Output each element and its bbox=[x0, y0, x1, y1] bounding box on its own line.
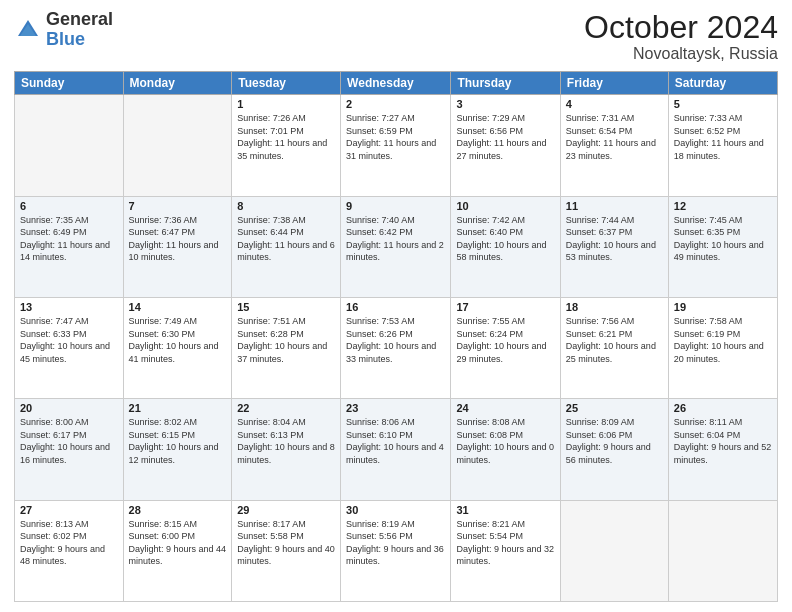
calendar-cell: 28Sunrise: 8:15 AMSunset: 6:00 PMDayligh… bbox=[123, 500, 232, 601]
day-detail: Sunrise: 7:40 AMSunset: 6:42 PMDaylight:… bbox=[346, 214, 445, 264]
day-detail: Sunrise: 8:09 AMSunset: 6:06 PMDaylight:… bbox=[566, 416, 663, 466]
day-detail: Sunrise: 7:45 AMSunset: 6:35 PMDaylight:… bbox=[674, 214, 772, 264]
day-detail: Sunrise: 7:53 AMSunset: 6:26 PMDaylight:… bbox=[346, 315, 445, 365]
calendar-cell: 10Sunrise: 7:42 AMSunset: 6:40 PMDayligh… bbox=[451, 196, 560, 297]
day-number: 26 bbox=[674, 402, 772, 414]
calendar-cell: 15Sunrise: 7:51 AMSunset: 6:28 PMDayligh… bbox=[232, 297, 341, 398]
calendar-cell: 31Sunrise: 8:21 AMSunset: 5:54 PMDayligh… bbox=[451, 500, 560, 601]
calendar-week-row: 27Sunrise: 8:13 AMSunset: 6:02 PMDayligh… bbox=[15, 500, 778, 601]
calendar-cell: 16Sunrise: 7:53 AMSunset: 6:26 PMDayligh… bbox=[341, 297, 451, 398]
logo-blue: Blue bbox=[46, 30, 113, 50]
day-detail: Sunrise: 7:49 AMSunset: 6:30 PMDaylight:… bbox=[129, 315, 227, 365]
calendar-cell bbox=[123, 95, 232, 196]
day-number: 18 bbox=[566, 301, 663, 313]
day-detail: Sunrise: 7:27 AMSunset: 6:59 PMDaylight:… bbox=[346, 112, 445, 162]
calendar-cell: 11Sunrise: 7:44 AMSunset: 6:37 PMDayligh… bbox=[560, 196, 668, 297]
calendar-cell: 13Sunrise: 7:47 AMSunset: 6:33 PMDayligh… bbox=[15, 297, 124, 398]
day-header-wednesday: Wednesday bbox=[341, 72, 451, 95]
day-detail: Sunrise: 7:56 AMSunset: 6:21 PMDaylight:… bbox=[566, 315, 663, 365]
calendar-cell bbox=[15, 95, 124, 196]
calendar-header-row: SundayMondayTuesdayWednesdayThursdayFrid… bbox=[15, 72, 778, 95]
day-number: 31 bbox=[456, 504, 554, 516]
page: General Blue October 2024 Novoaltaysk, R… bbox=[0, 0, 792, 612]
calendar-cell: 7Sunrise: 7:36 AMSunset: 6:47 PMDaylight… bbox=[123, 196, 232, 297]
day-number: 29 bbox=[237, 504, 335, 516]
day-number: 21 bbox=[129, 402, 227, 414]
calendar-cell: 14Sunrise: 7:49 AMSunset: 6:30 PMDayligh… bbox=[123, 297, 232, 398]
day-detail: Sunrise: 7:51 AMSunset: 6:28 PMDaylight:… bbox=[237, 315, 335, 365]
logo-general: General bbox=[46, 10, 113, 30]
calendar-cell: 20Sunrise: 8:00 AMSunset: 6:17 PMDayligh… bbox=[15, 399, 124, 500]
day-number: 14 bbox=[129, 301, 227, 313]
day-detail: Sunrise: 7:47 AMSunset: 6:33 PMDaylight:… bbox=[20, 315, 118, 365]
day-header-monday: Monday bbox=[123, 72, 232, 95]
day-detail: Sunrise: 7:33 AMSunset: 6:52 PMDaylight:… bbox=[674, 112, 772, 162]
day-detail: Sunrise: 8:06 AMSunset: 6:10 PMDaylight:… bbox=[346, 416, 445, 466]
calendar-cell bbox=[668, 500, 777, 601]
day-number: 25 bbox=[566, 402, 663, 414]
day-number: 24 bbox=[456, 402, 554, 414]
day-number: 15 bbox=[237, 301, 335, 313]
calendar-cell: 19Sunrise: 7:58 AMSunset: 6:19 PMDayligh… bbox=[668, 297, 777, 398]
calendar-week-row: 13Sunrise: 7:47 AMSunset: 6:33 PMDayligh… bbox=[15, 297, 778, 398]
logo: General Blue bbox=[14, 10, 113, 50]
day-detail: Sunrise: 7:31 AMSunset: 6:54 PMDaylight:… bbox=[566, 112, 663, 162]
calendar-cell: 9Sunrise: 7:40 AMSunset: 6:42 PMDaylight… bbox=[341, 196, 451, 297]
day-detail: Sunrise: 8:15 AMSunset: 6:00 PMDaylight:… bbox=[129, 518, 227, 568]
day-detail: Sunrise: 7:29 AMSunset: 6:56 PMDaylight:… bbox=[456, 112, 554, 162]
day-detail: Sunrise: 7:55 AMSunset: 6:24 PMDaylight:… bbox=[456, 315, 554, 365]
day-detail: Sunrise: 7:35 AMSunset: 6:49 PMDaylight:… bbox=[20, 214, 118, 264]
day-detail: Sunrise: 8:08 AMSunset: 6:08 PMDaylight:… bbox=[456, 416, 554, 466]
calendar-cell: 26Sunrise: 8:11 AMSunset: 6:04 PMDayligh… bbox=[668, 399, 777, 500]
day-detail: Sunrise: 8:00 AMSunset: 6:17 PMDaylight:… bbox=[20, 416, 118, 466]
day-detail: Sunrise: 7:58 AMSunset: 6:19 PMDaylight:… bbox=[674, 315, 772, 365]
calendar-week-row: 20Sunrise: 8:00 AMSunset: 6:17 PMDayligh… bbox=[15, 399, 778, 500]
day-header-friday: Friday bbox=[560, 72, 668, 95]
calendar-cell: 2Sunrise: 7:27 AMSunset: 6:59 PMDaylight… bbox=[341, 95, 451, 196]
calendar-cell: 21Sunrise: 8:02 AMSunset: 6:15 PMDayligh… bbox=[123, 399, 232, 500]
day-header-saturday: Saturday bbox=[668, 72, 777, 95]
day-detail: Sunrise: 8:11 AMSunset: 6:04 PMDaylight:… bbox=[674, 416, 772, 466]
day-header-thursday: Thursday bbox=[451, 72, 560, 95]
calendar-cell: 4Sunrise: 7:31 AMSunset: 6:54 PMDaylight… bbox=[560, 95, 668, 196]
calendar-cell: 23Sunrise: 8:06 AMSunset: 6:10 PMDayligh… bbox=[341, 399, 451, 500]
day-number: 3 bbox=[456, 98, 554, 110]
calendar-cell: 12Sunrise: 7:45 AMSunset: 6:35 PMDayligh… bbox=[668, 196, 777, 297]
day-number: 1 bbox=[237, 98, 335, 110]
day-number: 22 bbox=[237, 402, 335, 414]
calendar-cell: 8Sunrise: 7:38 AMSunset: 6:44 PMDaylight… bbox=[232, 196, 341, 297]
day-detail: Sunrise: 8:02 AMSunset: 6:15 PMDaylight:… bbox=[129, 416, 227, 466]
calendar-cell: 17Sunrise: 7:55 AMSunset: 6:24 PMDayligh… bbox=[451, 297, 560, 398]
day-detail: Sunrise: 8:13 AMSunset: 6:02 PMDaylight:… bbox=[20, 518, 118, 568]
calendar-table: SundayMondayTuesdayWednesdayThursdayFrid… bbox=[14, 71, 778, 602]
calendar-cell: 5Sunrise: 7:33 AMSunset: 6:52 PMDaylight… bbox=[668, 95, 777, 196]
calendar-week-row: 1Sunrise: 7:26 AMSunset: 7:01 PMDaylight… bbox=[15, 95, 778, 196]
day-detail: Sunrise: 7:38 AMSunset: 6:44 PMDaylight:… bbox=[237, 214, 335, 264]
day-number: 10 bbox=[456, 200, 554, 212]
calendar-cell: 1Sunrise: 7:26 AMSunset: 7:01 PMDaylight… bbox=[232, 95, 341, 196]
month-title: October 2024 bbox=[584, 10, 778, 45]
day-number: 9 bbox=[346, 200, 445, 212]
day-number: 23 bbox=[346, 402, 445, 414]
day-number: 7 bbox=[129, 200, 227, 212]
day-header-tuesday: Tuesday bbox=[232, 72, 341, 95]
day-detail: Sunrise: 7:26 AMSunset: 7:01 PMDaylight:… bbox=[237, 112, 335, 162]
day-number: 20 bbox=[20, 402, 118, 414]
title-block: October 2024 Novoaltaysk, Russia bbox=[584, 10, 778, 63]
day-detail: Sunrise: 8:04 AMSunset: 6:13 PMDaylight:… bbox=[237, 416, 335, 466]
calendar-cell: 27Sunrise: 8:13 AMSunset: 6:02 PMDayligh… bbox=[15, 500, 124, 601]
calendar-cell bbox=[560, 500, 668, 601]
day-detail: Sunrise: 7:42 AMSunset: 6:40 PMDaylight:… bbox=[456, 214, 554, 264]
day-number: 5 bbox=[674, 98, 772, 110]
day-detail: Sunrise: 8:21 AMSunset: 5:54 PMDaylight:… bbox=[456, 518, 554, 568]
location-title: Novoaltaysk, Russia bbox=[584, 45, 778, 63]
day-number: 28 bbox=[129, 504, 227, 516]
day-header-sunday: Sunday bbox=[15, 72, 124, 95]
calendar-week-row: 6Sunrise: 7:35 AMSunset: 6:49 PMDaylight… bbox=[15, 196, 778, 297]
calendar-cell: 30Sunrise: 8:19 AMSunset: 5:56 PMDayligh… bbox=[341, 500, 451, 601]
day-detail: Sunrise: 8:19 AMSunset: 5:56 PMDaylight:… bbox=[346, 518, 445, 568]
day-number: 2 bbox=[346, 98, 445, 110]
day-number: 17 bbox=[456, 301, 554, 313]
day-number: 12 bbox=[674, 200, 772, 212]
logo-text: General Blue bbox=[46, 10, 113, 50]
